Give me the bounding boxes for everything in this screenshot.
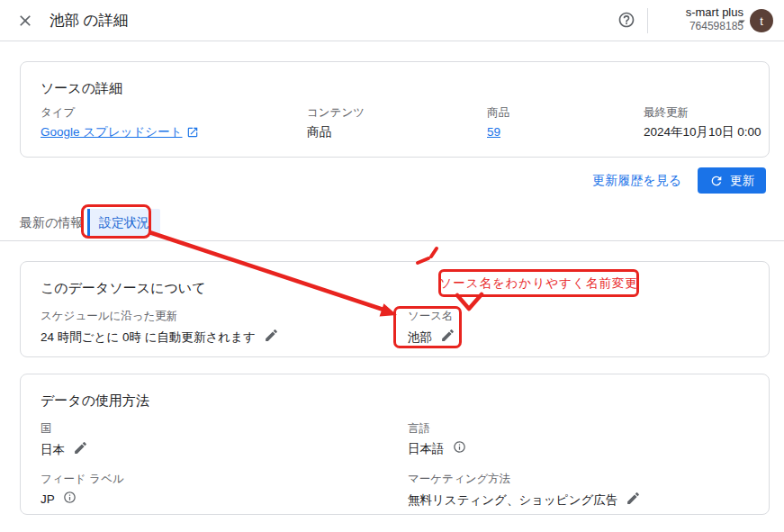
actions-row: 更新履歴を見る 更新 [592, 167, 766, 194]
update-button[interactable]: 更新 [698, 167, 766, 194]
account-name: s-mart plus [657, 5, 743, 20]
edit-source-name-icon[interactable] [440, 328, 455, 347]
field-content-label: コンテンツ [307, 105, 365, 120]
field-products-label: 商品 [487, 105, 509, 120]
field-last-update-value: 2024年10月10日 0:00 [644, 124, 761, 140]
field-products: 商品 59 [487, 105, 509, 140]
feed-label-info-icon[interactable] [63, 491, 77, 509]
field-schedule: スケジュールに沿った更新 24 時間ごとに 0時 に自動更新されます [41, 309, 279, 347]
source-details-card: ソースの詳細 タイプ Google スプレッドシート コンテンツ 商品 商品 5… [20, 61, 770, 158]
field-type: タイプ Google スプレッドシート [41, 105, 199, 140]
field-language-value: 日本語 [408, 441, 445, 457]
update-history-link[interactable]: 更新履歴を見る [592, 173, 681, 189]
source-details-title: ソースの詳細 [41, 80, 122, 97]
account-switcher[interactable]: s-mart plus 764598185 [657, 5, 743, 33]
field-schedule-value: 24 時間ごとに 0時 に自動更新されます [41, 329, 256, 346]
about-card-title: このデータソースについて [41, 280, 206, 297]
field-content: コンテンツ 商品 [307, 105, 365, 140]
page-title: 池部 の詳細 [50, 11, 128, 31]
tabs-divider [0, 240, 784, 241]
field-marketing-method: マーケティング方法 無料リスティング、ショッピング広告 [408, 472, 641, 510]
spreadsheet-link[interactable]: Google スプレッドシート [41, 124, 199, 140]
data-usage-card: データの使用方法 国 日本 言語 日本語 フィード ラベル JP [20, 374, 770, 515]
avatar[interactable]: t [750, 9, 773, 32]
field-marketing-method-value: 無料リスティング、ショッピング広告 [408, 492, 617, 509]
field-language-label: 言語 [408, 421, 466, 436]
field-source-name-label: ソース名 [408, 309, 455, 323]
field-country: 国 日本 [41, 421, 88, 460]
field-source-name: ソース名 池部 [408, 309, 455, 347]
field-last-update-label: 最終更新 [644, 105, 761, 120]
language-info-icon[interactable] [453, 440, 466, 458]
field-feed-label-label: フィード ラベル [41, 472, 124, 486]
field-country-value: 日本 [41, 442, 65, 458]
header-divider [647, 8, 648, 33]
field-type-label: タイプ [41, 105, 199, 120]
refresh-icon [709, 174, 724, 188]
account-id: 764598185 [657, 20, 743, 33]
edit-schedule-icon[interactable] [264, 328, 279, 347]
close-icon[interactable] [16, 12, 34, 30]
tab-latest-info[interactable]: 最新の情報 [20, 209, 83, 237]
field-language: 言語 日本語 [408, 421, 466, 458]
update-button-label: 更新 [730, 173, 754, 189]
chevron-down-icon[interactable] [734, 14, 750, 33]
field-source-name-value: 池部 [408, 329, 432, 346]
field-last-update: 最終更新 2024年10月10日 0:00 [644, 105, 761, 140]
edit-marketing-method-icon[interactable] [626, 491, 641, 510]
field-country-label: 国 [41, 421, 88, 436]
field-marketing-method-label: マーケティング方法 [408, 472, 641, 486]
edit-country-icon[interactable] [73, 440, 88, 460]
open-in-new-icon [186, 126, 199, 139]
spreadsheet-link-label: Google スプレッドシート [41, 124, 183, 140]
field-content-value: 商品 [307, 124, 365, 140]
about-data-source-card: このデータソースについて スケジュールに沿った更新 24 時間ごとに 0時 に自… [20, 261, 770, 357]
tab-setup-status[interactable]: 設定状況 [87, 209, 160, 237]
help-icon[interactable] [617, 11, 635, 29]
merchant-center-source-detail-page: 池部 の詳細 s-mart plus 764598185 t ソースの詳細 タイ… [0, 0, 784, 532]
field-schedule-label: スケジュールに沿った更新 [41, 309, 279, 323]
field-feed-label-value: JP [41, 491, 55, 508]
products-count-link[interactable]: 59 [487, 124, 500, 140]
usage-card-title: データの使用方法 [41, 392, 149, 410]
field-feed-label: フィード ラベル JP [41, 472, 124, 509]
header-bar: 池部 の詳細 s-mart plus 764598185 t [0, 0, 784, 41]
